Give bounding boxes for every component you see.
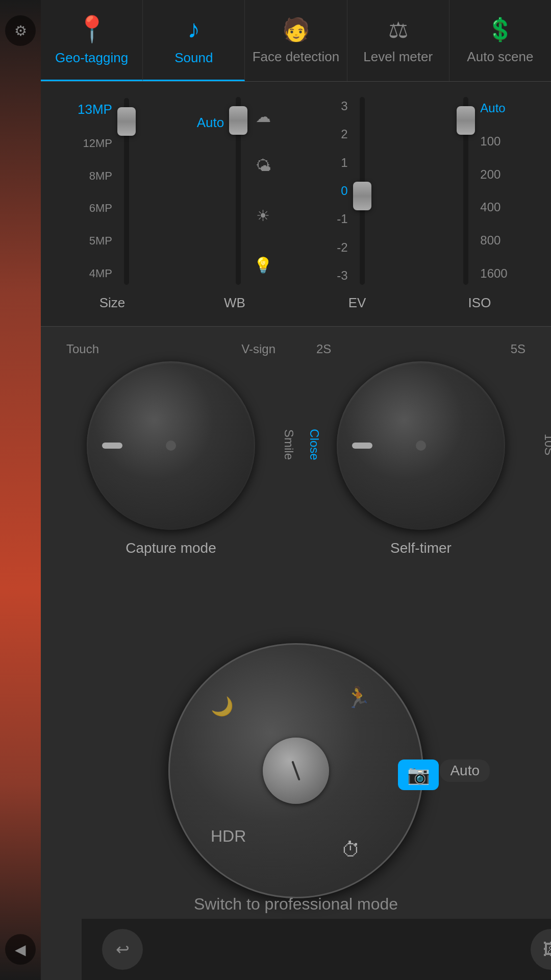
size-slider-labels: 13MP 12MP 8MP 6MP 5MP 4MP xyxy=(78,92,116,290)
ev-slider-labels: 3 2 1 0 -1 -2 -3 xyxy=(337,92,352,290)
ev-slider-label: EV xyxy=(348,295,366,311)
ev-slider-container: 3 2 1 0 -1 -2 -3 xyxy=(296,92,418,290)
iso-slider-labels-left xyxy=(452,92,456,290)
ev-slider-track-wrap xyxy=(352,92,372,290)
reset-icon: ↩ xyxy=(116,940,130,959)
mode-dial-center[interactable] xyxy=(263,738,329,804)
wb-cloud-icon: ☁ xyxy=(256,108,271,126)
gear-button[interactable]: ⚙ xyxy=(0,10,41,51)
tab-sound[interactable]: ♪ Sound xyxy=(143,0,245,81)
ev-label-3: 3 xyxy=(341,99,347,113)
capture-touch-label: Touch xyxy=(66,342,99,356)
geo-tagging-icon: 📍 xyxy=(76,14,108,44)
tab-auto-scene-label: Auto scene xyxy=(467,49,533,65)
tab-face-detection[interactable]: 🧑 Face detection xyxy=(245,0,347,81)
tab-face-detection-label: Face detection xyxy=(253,49,340,65)
iso-slider-label: ISO xyxy=(468,295,491,311)
size-label-12mp: 12MP xyxy=(83,137,112,150)
ev-slider-thumb[interactable] xyxy=(353,182,371,210)
gear-icon: ⚙ xyxy=(5,15,36,46)
self-timer-knob-dot xyxy=(416,440,426,451)
iso-slider-labels-right: Auto 100 200 400 800 1600 xyxy=(476,92,507,290)
self-timer-top-labels: 2S 5S xyxy=(311,342,531,356)
size-slider-label: Size xyxy=(99,295,126,311)
capture-mode-top-labels: Touch V-sign xyxy=(61,342,281,356)
self-timer-2s-label: 2S xyxy=(316,342,331,356)
tab-level-meter[interactable]: ⚖ Level meter xyxy=(347,0,449,81)
camera-icon: 📷 xyxy=(407,764,430,786)
ev-label-2: 2 xyxy=(341,127,347,141)
auto-scene-icon: 💲 xyxy=(486,16,514,43)
wb-slider-column: Auto ☁ 🌤 ☀ 💡 WB xyxy=(173,92,296,311)
auto-mode-text: Auto xyxy=(440,760,490,782)
iso-slider-track[interactable] xyxy=(463,97,468,285)
wb-slider-label: WB xyxy=(224,295,245,311)
tab-geo-tagging[interactable]: 📍 Geo-tagging xyxy=(41,0,143,81)
size-slider-thumb[interactable] xyxy=(117,107,136,136)
gallery-button[interactable]: 🖼 xyxy=(531,929,551,970)
tab-level-meter-label: Level meter xyxy=(363,49,433,65)
self-timer-knob[interactable] xyxy=(337,361,505,530)
mode-icon-timer: ⏱ xyxy=(341,839,361,861)
size-slider-container: 13MP 12MP 8MP 6MP 5MP 4MP xyxy=(51,92,173,290)
switch-text[interactable]: Switch to professional mode xyxy=(41,895,551,914)
ev-slider-track[interactable] xyxy=(360,97,365,285)
face-detection-icon: 🧑 xyxy=(282,16,310,43)
self-timer-group: 2S 5S 10S Close Self-timer xyxy=(311,342,531,607)
mode-dial-section: 🏃 🌙 HDR ⏱ 📷 Auto Switch to professional … xyxy=(41,623,551,919)
iso-slider-thumb[interactable] xyxy=(457,106,475,135)
iso-label-800: 800 xyxy=(480,233,500,248)
capture-vsign-label: V-sign xyxy=(241,342,276,356)
iso-label-100: 100 xyxy=(480,134,500,149)
capture-knob-row: Normal Smile Close xyxy=(87,361,255,530)
iso-label-1600: 1600 xyxy=(480,266,507,281)
ev-label-n3: -3 xyxy=(337,268,347,283)
wb-slider-track[interactable] xyxy=(236,97,241,285)
iso-slider-track-wrap xyxy=(456,92,476,290)
ev-slider-column: 3 2 1 0 -1 -2 -3 EV xyxy=(296,92,418,311)
self-timer-10s-label: 10S xyxy=(542,434,551,458)
self-timer-5s-label: 5S xyxy=(511,342,525,356)
self-timer-knob-row: 10S Close xyxy=(337,361,505,530)
iso-label-auto: Auto xyxy=(480,101,505,115)
switch-text-container: Switch to professional mode xyxy=(41,895,551,914)
size-slider-track[interactable] xyxy=(124,98,129,285)
size-label-5mp: 5MP xyxy=(89,234,112,248)
level-meter-icon: ⚖ xyxy=(388,17,408,43)
wb-slider-thumb[interactable] xyxy=(229,106,247,135)
reset-button[interactable]: ↩ xyxy=(102,929,143,970)
capture-mode-group: Touch V-sign Normal Smile Close Capture … xyxy=(61,342,281,607)
capture-knob[interactable] xyxy=(87,361,255,530)
ev-label-n2: -2 xyxy=(337,240,347,255)
wb-icons: ☁ 🌤 ☀ 💡 xyxy=(248,92,272,290)
wb-bulb-icon: 💡 xyxy=(254,256,272,274)
mode-dial-center-line xyxy=(291,761,300,781)
self-timer-10s-text: 10S xyxy=(542,434,551,456)
size-slider-track-wrap xyxy=(116,92,137,290)
back-icon: ◀ xyxy=(5,934,36,965)
ev-label-n1: -1 xyxy=(337,212,347,226)
tab-auto-scene[interactable]: 💲 Auto scene xyxy=(449,0,551,81)
back-button[interactable]: ◀ xyxy=(0,929,41,970)
camera-button[interactable]: 📷 xyxy=(398,760,439,790)
wb-partly-cloud-icon: 🌤 xyxy=(256,157,271,175)
capture-knob-indicator xyxy=(102,443,122,449)
iso-label-400: 400 xyxy=(480,200,500,214)
wb-auto-label: Auto xyxy=(197,115,224,131)
iso-slider-column: Auto 100 200 400 800 1600 ISO xyxy=(418,92,541,311)
capture-smile-text: Smile xyxy=(282,429,296,460)
size-label-4mp: 4MP xyxy=(89,267,112,280)
capture-knob-dot xyxy=(166,440,176,451)
capture-mode-label: Capture mode xyxy=(126,540,216,556)
wb-slider-container: Auto ☁ 🌤 ☀ 💡 xyxy=(173,92,296,290)
gallery-icon: 🖼 xyxy=(543,940,551,959)
capture-smile-label: Smile xyxy=(282,429,296,462)
mode-icon-night: 🌙 xyxy=(211,696,234,717)
mode-dial[interactable]: 🏃 🌙 HDR ⏱ xyxy=(168,643,423,898)
wb-slider-labels-left: Auto xyxy=(197,92,229,290)
iso-slider-container: Auto 100 200 400 800 1600 xyxy=(418,92,541,290)
mode-icon-action: 🏃 xyxy=(345,685,371,709)
self-timer-knob-indicator xyxy=(352,443,372,449)
controls-section: Touch V-sign Normal Smile Close Capture … xyxy=(41,327,551,623)
tab-geo-tagging-label: Geo-tagging xyxy=(55,50,128,66)
